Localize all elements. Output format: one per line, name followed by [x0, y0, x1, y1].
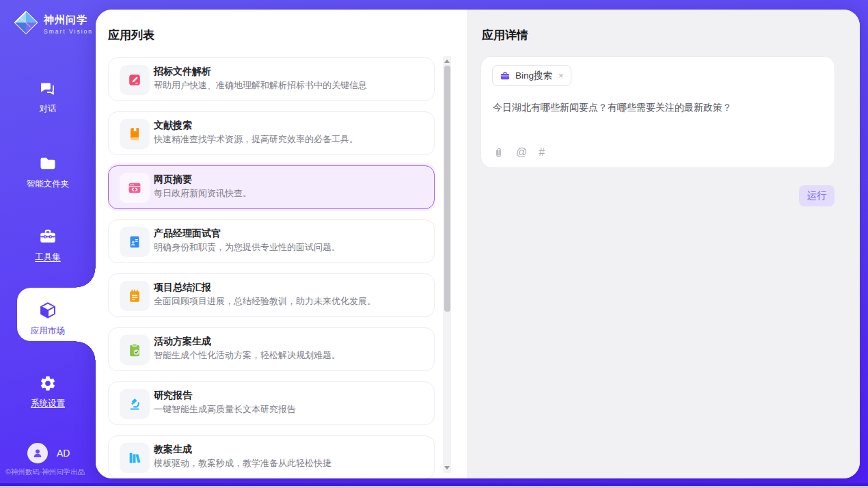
paperclip-icon[interactable] [493, 147, 504, 159]
sidebar-item-toolset[interactable]: 工具集 [0, 227, 96, 263]
sidebar-item-settings[interactable]: 系统设置 [0, 375, 96, 409]
sidebar-item-label: 系统设置 [0, 398, 96, 409]
tool-tag-label: Bing搜索 [515, 70, 552, 82]
app-list-panel: 应用列表 招标文件解析 帮助用户快速、准确地理解和解析招标书中的关键信息 [96, 10, 467, 478]
app-desc: 一键智能生成高质量长文本研究报告 [154, 403, 296, 416]
toolbox-icon [38, 227, 57, 246]
app-name: 项目总结汇报 [154, 282, 211, 294]
sidebar-item-label: 智能文件夹 [0, 178, 96, 190]
app-desc: 帮助用户快速、准确地理解和解析招标书中的关键信息 [154, 79, 367, 92]
brand-subtitle: Smart Vision [44, 28, 93, 35]
gear-icon [38, 375, 57, 394]
notepad-icon [120, 281, 150, 311]
sidebar-item-label: 工具集 [0, 252, 96, 263]
detail-title: 应用详情 [482, 27, 528, 43]
app-desc: 模板驱动，教案秒成，教学准备从此轻松快捷 [154, 457, 331, 470]
resume-icon [120, 227, 150, 257]
book-icon [120, 119, 150, 149]
books-icon [120, 443, 150, 473]
chat-icon [38, 79, 57, 98]
scroll-up-arrow-icon[interactable] [444, 59, 450, 63]
app-list: 招标文件解析 帮助用户快速、准确地理解和解析招标书中的关键信息 文献搜索 快速精… [108, 56, 435, 478]
app-card-literature-search[interactable]: 文献搜索 快速精准查找学术资源，提高研究效率的必备工具。 [108, 111, 435, 155]
diamond-logo-icon [13, 10, 39, 38]
cube-icon [38, 301, 57, 320]
sidebar-item-label: 对话 [0, 103, 96, 115]
at-icon[interactable]: @ [516, 146, 527, 159]
user-name: AD [57, 448, 70, 459]
app-name: 产品经理面试官 [154, 228, 221, 240]
app-card-bid-document-analysis[interactable]: 招标文件解析 帮助用户快速、准确地理解和解析招标书中的关键信息 [108, 57, 435, 101]
scrollbar-thumb[interactable] [444, 66, 450, 312]
app-name: 文献搜索 [154, 120, 192, 132]
app-card-lesson-plan[interactable]: 教案生成 模板驱动，教案秒成，教学准备从此轻松快捷 [108, 435, 435, 478]
prompt-toolbar: @ # [493, 146, 545, 159]
folder-icon [38, 154, 57, 173]
app-card-project-summary[interactable]: 项目总结汇报 全面回顾项目进展，总结经验教训，助力未来优化发展。 [108, 273, 435, 317]
tool-tag-bing-search[interactable]: Bing搜索 × [492, 65, 571, 86]
sidebar-item-app-market[interactable]: 应用市场 [0, 301, 96, 337]
app-card-research-report[interactable]: 研究报告 一键智能生成高质量长文本研究报告 [108, 381, 435, 425]
sidebar-item-chat[interactable]: 对话 [0, 79, 96, 115]
app-card-event-plan[interactable]: 活动方案生成 智能生成个性化活动方案，轻松解决规划难题。 [108, 327, 435, 371]
main-content: 应用列表 招标文件解析 帮助用户快速、准确地理解和解析招标书中的关键信息 [96, 10, 860, 478]
app-detail-panel: 应用详情 Bing搜索 × 今日湖北有哪些新闻要点？有哪些需要关注的最新政策？ [467, 10, 860, 478]
app-desc: 智能生成个性化活动方案，轻松解决规划难题。 [154, 349, 340, 362]
app-desc: 每日政府新闻资讯快查。 [154, 187, 252, 200]
clipboard-check-icon [120, 335, 150, 365]
app-card-web-summary[interactable]: 网页摘要 每日政府新闻资讯快查。 [108, 165, 435, 209]
close-icon[interactable]: × [558, 70, 564, 81]
app-name: 网页摘要 [154, 174, 192, 186]
app-desc: 明确身份和职责，为您提供专业性的面试问题。 [154, 241, 340, 254]
page-title: 应用列表 [108, 27, 154, 43]
app-name: 招标文件解析 [154, 66, 211, 78]
app-card-pm-interviewer[interactable]: 产品经理面试官 明确身份和职责，为您提供专业性的面试问题。 [108, 219, 435, 263]
sidebar-item-smart-folder[interactable]: 智能文件夹 [0, 154, 96, 190]
copyright-footer: ©神州数码·神州问学出品 [5, 467, 96, 477]
sidebar-item-label: 应用市场 [0, 325, 96, 337]
sidebar: 神州问学 Smart Vision 对话 智能文件夹 [0, 0, 96, 488]
brand-name: 神州问学 [44, 14, 87, 25]
scroll-down-arrow-icon[interactable] [444, 466, 450, 470]
briefcase-icon [500, 70, 511, 81]
prompt-input[interactable]: 今日湖北有哪些新闻要点？有哪些需要关注的最新政策？ [493, 102, 822, 114]
user-account[interactable]: AD [27, 443, 70, 463]
app-name: 教案生成 [154, 444, 192, 456]
app-name: 研究报告 [154, 390, 192, 402]
microscope-icon [120, 389, 150, 419]
document-edit-icon [120, 65, 150, 95]
scrollbar[interactable] [443, 56, 451, 473]
app-name: 活动方案生成 [154, 336, 211, 348]
app-desc: 快速精准查找学术资源，提高研究效率的必备工具。 [154, 133, 358, 146]
run-button[interactable]: 运行 [799, 185, 835, 206]
browser-code-icon [120, 173, 150, 203]
app-logo: 神州问学 Smart Vision [13, 10, 93, 38]
avatar [27, 443, 48, 463]
prompt-card: Bing搜索 × 今日湖北有哪些新闻要点？有哪些需要关注的最新政策？ @ # [480, 56, 835, 168]
hash-icon[interactable]: # [539, 146, 545, 159]
app-desc: 全面回顾项目进展，总结经验教训，助力未来优化发展。 [154, 295, 376, 308]
